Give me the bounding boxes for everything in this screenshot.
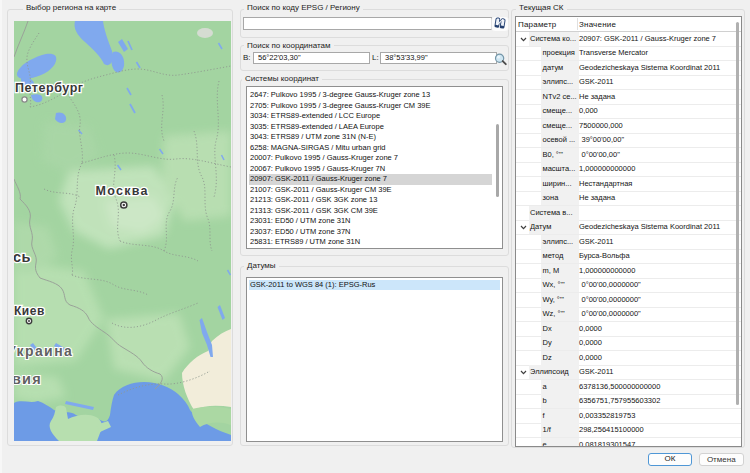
svg-text:сь: сь <box>14 249 31 265</box>
svg-text:вия: вия <box>14 371 42 387</box>
svg-text:Украина: Украина <box>14 343 73 359</box>
svg-text:Москва: Москва <box>96 184 149 198</box>
svg-text:Киев: Киев <box>14 304 45 318</box>
svg-text:Петербург: Петербург <box>15 81 84 95</box>
